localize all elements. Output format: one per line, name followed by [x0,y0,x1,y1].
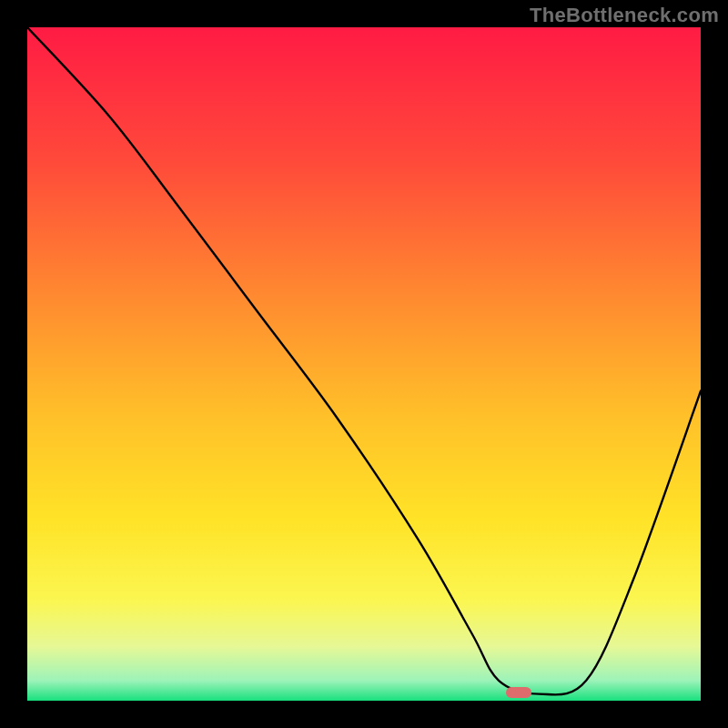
plot-area [27,27,701,701]
bottleneck-curve [27,27,701,701]
chart-stage: TheBottleneck.com [0,0,728,728]
optimum-marker [506,687,531,698]
watermark-text: TheBottleneck.com [530,4,719,27]
